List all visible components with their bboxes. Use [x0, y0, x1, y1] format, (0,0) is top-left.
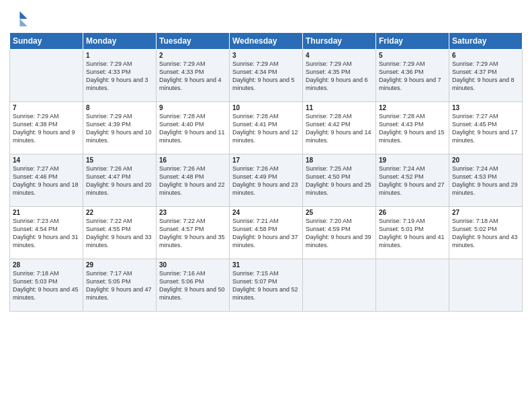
cell-content: Sunrise: 7:29 AMSunset: 4:33 PMDaylight:…	[86, 60, 153, 93]
day-number: 9	[159, 104, 226, 111]
day-number: 18	[306, 156, 373, 164]
day-number: 7	[13, 104, 80, 111]
svg-marker-0	[19, 11, 27, 19]
calendar-cell: 31Sunrise: 7:15 AMSunset: 5:07 PMDayligh…	[230, 259, 303, 312]
calendar-cell: 3Sunrise: 7:29 AMSunset: 4:34 PMDaylight…	[230, 50, 303, 102]
cell-content: Sunrise: 7:28 AMSunset: 4:40 PMDaylight:…	[159, 112, 226, 145]
cell-content: Sunrise: 7:21 AMSunset: 4:58 PMDaylight:…	[232, 217, 300, 250]
calendar-cell	[376, 259, 449, 312]
week-row-5: 28Sunrise: 7:18 AMSunset: 5:03 PMDayligh…	[10, 259, 523, 312]
calendar-header: SundayMondayTuesdayWednesdayThursdayFrid…	[10, 33, 523, 50]
header-cell-monday: Monday	[83, 33, 157, 50]
cell-content: Sunrise: 7:26 AMSunset: 4:48 PMDaylight:…	[159, 165, 226, 197]
day-number: 21	[13, 209, 80, 216]
calendar-cell: 12Sunrise: 7:28 AMSunset: 4:43 PMDayligh…	[376, 102, 449, 154]
cell-content: Sunrise: 7:29 AMSunset: 4:34 PMDaylight:…	[232, 60, 300, 93]
week-row-3: 14Sunrise: 7:27 AMSunset: 4:46 PMDayligh…	[10, 154, 523, 207]
cell-content: Sunrise: 7:18 AMSunset: 5:02 PMDaylight:…	[452, 217, 519, 250]
cell-content: Sunrise: 7:29 AMSunset: 4:35 PMDaylight:…	[306, 60, 373, 93]
cell-content: Sunrise: 7:23 AMSunset: 4:54 PMDaylight:…	[13, 217, 80, 250]
day-number: 22	[86, 209, 153, 216]
cell-content: Sunrise: 7:29 AMSunset: 4:37 PMDaylight:…	[452, 60, 519, 93]
day-number: 27	[452, 209, 519, 216]
cell-content: Sunrise: 7:22 AMSunset: 4:55 PMDaylight:…	[86, 217, 153, 250]
calendar-cell: 11Sunrise: 7:28 AMSunset: 4:42 PMDayligh…	[303, 102, 376, 154]
calendar-cell: 1Sunrise: 7:29 AMSunset: 4:33 PMDaylight…	[83, 50, 157, 102]
calendar-cell: 26Sunrise: 7:19 AMSunset: 5:01 PMDayligh…	[376, 207, 449, 259]
header-cell-friday: Friday	[376, 33, 449, 50]
calendar-cell: 6Sunrise: 7:29 AMSunset: 4:37 PMDaylight…	[449, 50, 523, 102]
day-number: 24	[232, 209, 300, 216]
calendar-cell: 24Sunrise: 7:21 AMSunset: 4:58 PMDayligh…	[230, 207, 303, 259]
cell-content: Sunrise: 7:29 AMSunset: 4:33 PMDaylight:…	[159, 60, 226, 93]
cell-content: Sunrise: 7:15 AMSunset: 5:07 PMDaylight:…	[232, 269, 300, 302]
cell-content: Sunrise: 7:27 AMSunset: 4:46 PMDaylight:…	[13, 165, 80, 197]
calendar-cell: 9Sunrise: 7:28 AMSunset: 4:40 PMDaylight…	[157, 102, 230, 154]
calendar-cell: 14Sunrise: 7:27 AMSunset: 4:46 PMDayligh…	[10, 154, 83, 207]
cell-content: Sunrise: 7:29 AMSunset: 4:39 PMDaylight:…	[86, 112, 153, 145]
calendar-cell	[303, 259, 376, 312]
cell-content: Sunrise: 7:22 AMSunset: 4:57 PMDaylight:…	[159, 217, 226, 250]
day-number: 5	[379, 52, 446, 59]
cell-content: Sunrise: 7:27 AMSunset: 4:45 PMDaylight:…	[452, 112, 519, 145]
day-number: 20	[452, 156, 519, 164]
day-number: 6	[452, 52, 519, 59]
header-cell-thursday: Thursday	[303, 33, 376, 50]
cell-content: Sunrise: 7:20 AMSunset: 4:59 PMDaylight:…	[306, 217, 373, 250]
day-number: 31	[232, 261, 300, 269]
cell-content: Sunrise: 7:18 AMSunset: 5:03 PMDaylight:…	[13, 269, 80, 302]
cell-content: Sunrise: 7:28 AMSunset: 4:42 PMDaylight:…	[306, 112, 373, 145]
calendar-cell: 30Sunrise: 7:16 AMSunset: 5:06 PMDayligh…	[157, 259, 230, 312]
day-number: 4	[306, 52, 373, 59]
calendar-cell: 25Sunrise: 7:20 AMSunset: 4:59 PMDayligh…	[303, 207, 376, 259]
header-cell-saturday: Saturday	[449, 33, 523, 50]
calendar-cell	[449, 259, 523, 312]
calendar-cell: 16Sunrise: 7:26 AMSunset: 4:48 PMDayligh…	[157, 154, 230, 207]
calendar-cell: 20Sunrise: 7:24 AMSunset: 4:53 PMDayligh…	[449, 154, 523, 207]
calendar-cell: 23Sunrise: 7:22 AMSunset: 4:57 PMDayligh…	[157, 207, 230, 259]
day-number: 1	[86, 52, 153, 59]
day-number: 29	[86, 261, 153, 269]
day-number: 11	[306, 104, 373, 111]
calendar-cell: 13Sunrise: 7:27 AMSunset: 4:45 PMDayligh…	[449, 102, 523, 154]
calendar-cell: 27Sunrise: 7:18 AMSunset: 5:02 PMDayligh…	[449, 207, 523, 259]
header-cell-tuesday: Tuesday	[157, 33, 230, 50]
day-number: 8	[86, 104, 153, 111]
week-row-4: 21Sunrise: 7:23 AMSunset: 4:54 PMDayligh…	[10, 207, 523, 259]
calendar-cell: 22Sunrise: 7:22 AMSunset: 4:55 PMDayligh…	[83, 207, 157, 259]
cell-content: Sunrise: 7:26 AMSunset: 4:47 PMDaylight:…	[86, 165, 153, 197]
cell-content: Sunrise: 7:24 AMSunset: 4:52 PMDaylight:…	[379, 165, 446, 197]
cell-content: Sunrise: 7:16 AMSunset: 5:06 PMDaylight:…	[159, 269, 226, 302]
day-number: 19	[379, 156, 446, 164]
day-number: 12	[379, 104, 446, 111]
calendar-cell: 18Sunrise: 7:25 AMSunset: 4:50 PMDayligh…	[303, 154, 376, 207]
cell-content: Sunrise: 7:28 AMSunset: 4:41 PMDaylight:…	[232, 112, 300, 145]
logo-icon	[9, 9, 28, 28]
calendar-cell: 15Sunrise: 7:26 AMSunset: 4:47 PMDayligh…	[83, 154, 157, 207]
header	[9, 7, 523, 28]
week-row-2: 7Sunrise: 7:29 AMSunset: 4:38 PMDaylight…	[10, 102, 523, 154]
calendar-cell: 5Sunrise: 7:29 AMSunset: 4:36 PMDaylight…	[376, 50, 449, 102]
day-number: 28	[13, 261, 80, 269]
calendar-cell	[10, 50, 83, 102]
cell-content: Sunrise: 7:24 AMSunset: 4:53 PMDaylight:…	[452, 165, 519, 197]
header-row: SundayMondayTuesdayWednesdayThursdayFrid…	[10, 33, 523, 50]
day-number: 10	[232, 104, 300, 111]
day-number: 26	[379, 209, 446, 216]
calendar-body: 1Sunrise: 7:29 AMSunset: 4:33 PMDaylight…	[10, 50, 523, 312]
header-cell-wednesday: Wednesday	[230, 33, 303, 50]
svg-marker-1	[19, 19, 27, 26]
calendar-cell: 2Sunrise: 7:29 AMSunset: 4:33 PMDaylight…	[157, 50, 230, 102]
calendar-cell: 4Sunrise: 7:29 AMSunset: 4:35 PMDaylight…	[303, 50, 376, 102]
calendar-cell: 17Sunrise: 7:26 AMSunset: 4:49 PMDayligh…	[230, 154, 303, 207]
day-number: 23	[159, 209, 226, 216]
day-number: 3	[232, 52, 300, 59]
cell-content: Sunrise: 7:29 AMSunset: 4:36 PMDaylight:…	[379, 60, 446, 93]
calendar-cell: 8Sunrise: 7:29 AMSunset: 4:39 PMDaylight…	[83, 102, 157, 154]
calendar-cell: 10Sunrise: 7:28 AMSunset: 4:41 PMDayligh…	[230, 102, 303, 154]
cell-content: Sunrise: 7:17 AMSunset: 5:05 PMDaylight:…	[86, 269, 153, 302]
day-number: 13	[452, 104, 519, 111]
calendar-cell: 28Sunrise: 7:18 AMSunset: 5:03 PMDayligh…	[10, 259, 83, 312]
day-number: 14	[13, 156, 80, 164]
cell-content: Sunrise: 7:28 AMSunset: 4:43 PMDaylight:…	[379, 112, 446, 145]
